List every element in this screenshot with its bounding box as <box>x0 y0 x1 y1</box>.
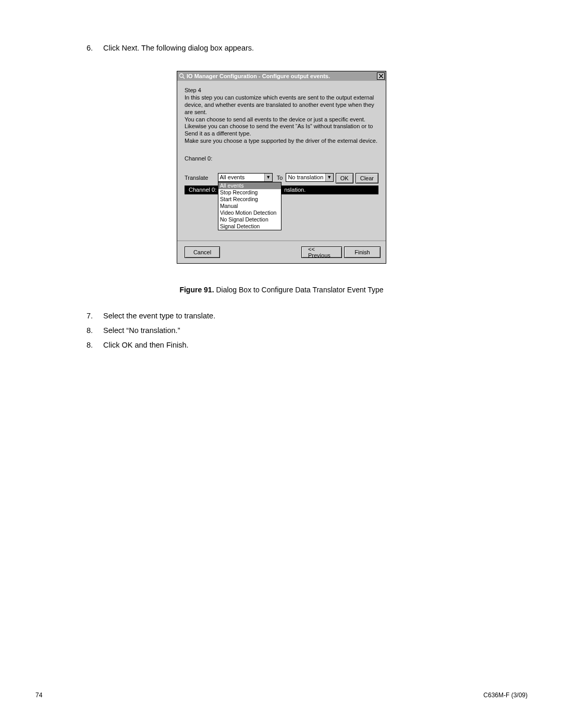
dropdown-option[interactable]: No Signal Detection <box>218 216 281 223</box>
translate-select[interactable]: All events ▼ <box>218 173 273 182</box>
page-number: 74 <box>35 692 42 699</box>
dropdown-option[interactable]: Start Recording <box>218 196 281 203</box>
step-text: Click Next. The following dialog box app… <box>103 43 528 53</box>
ok-button[interactable]: OK <box>336 173 353 183</box>
figure-text: Dialog Box to Configure Data Translator … <box>214 286 384 294</box>
dropdown-option[interactable]: Video Motion Detection <box>218 209 281 216</box>
translate-label: Translate <box>185 173 218 181</box>
dropdown-option[interactable]: Stop Recording <box>218 189 281 196</box>
finish-button[interactable]: Finish <box>344 246 381 258</box>
step-text: Select “No translation.” <box>103 325 528 336</box>
channel-label: Channel 0: <box>185 155 378 162</box>
step-number: 8. <box>35 340 103 350</box>
step-text: Select the event type to translate. <box>103 311 528 321</box>
chevron-down-icon: ▼ <box>264 174 272 181</box>
close-icon[interactable] <box>377 72 385 80</box>
to-select-value: No translation <box>288 174 323 180</box>
wizard-step-description: In this step you can customize which eve… <box>185 94 377 144</box>
previous-button[interactable]: << Previous <box>301 246 342 258</box>
figure-label: Figure 91. <box>179 286 214 294</box>
step-text: Click OK and then Finish. <box>103 340 528 350</box>
page-footer: 74 C636M-F (3/09) <box>35 692 528 699</box>
dropdown-option[interactable]: Signal Detection <box>218 223 281 230</box>
app-icon <box>178 72 186 80</box>
clear-button[interactable]: Clear <box>356 173 378 183</box>
dropdown-option[interactable]: Manual <box>218 203 281 209</box>
translate-select-value: All events <box>220 174 245 180</box>
banner-fragment: nslation. <box>284 187 305 193</box>
figure-caption: Figure 91. Dialog Box to Configure Data … <box>35 286 528 294</box>
step-7: 7. Select the event type to translate. <box>35 311 528 321</box>
translate-dropdown-list[interactable]: All events Stop Recording Start Recordin… <box>218 182 282 230</box>
step-8b: 8. Click OK and then Finish. <box>35 340 528 350</box>
doc-code: C636M-F (3/09) <box>483 692 528 699</box>
banner-channel: Channel 0: <box>189 187 216 193</box>
step-number: 6. <box>35 43 103 53</box>
step-8a: 8. Select “No translation.” <box>35 325 528 336</box>
titlebar: IO Manager Configuration - Configure out… <box>177 71 386 81</box>
window-title: IO Manager Configuration - Configure out… <box>186 73 377 79</box>
dialog-footer: Cancel << Previous Finish <box>177 240 386 263</box>
to-select[interactable]: No translation ▼ <box>286 173 333 182</box>
dialog-window: IO Manager Configuration - Configure out… <box>177 71 386 263</box>
step-6: 6. Click Next. The following dialog box … <box>35 43 528 53</box>
svg-line-1 <box>183 77 185 79</box>
wizard-step-heading: Step 4 <box>185 87 378 93</box>
step-number: 7. <box>35 311 103 321</box>
status-banner: Channel 0: nslation. <box>185 186 378 194</box>
to-label: To <box>277 175 283 181</box>
chevron-down-icon: ▼ <box>325 174 333 181</box>
cancel-button[interactable]: Cancel <box>185 246 220 258</box>
step-number: 8. <box>35 325 103 336</box>
svg-point-0 <box>180 74 183 78</box>
dropdown-option[interactable]: All events <box>218 182 281 189</box>
